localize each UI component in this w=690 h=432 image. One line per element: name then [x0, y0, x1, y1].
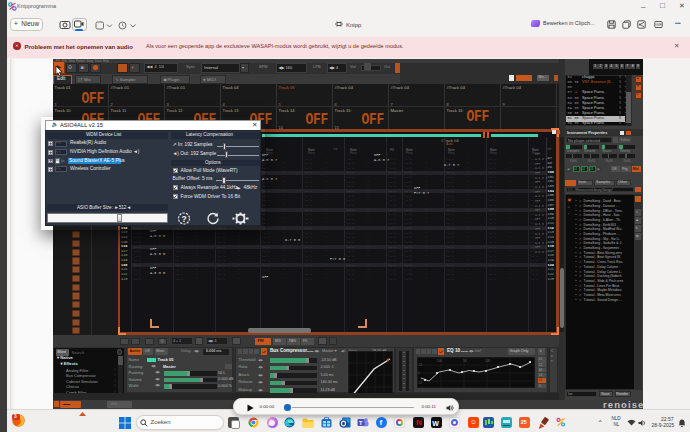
svg-text:-12: -12: [418, 363, 422, 367]
svg-text:?: ?: [181, 214, 186, 224]
svg-text:100: 100: [437, 358, 442, 362]
svg-text:GIF: GIF: [655, 23, 662, 27]
svg-text:-12: -12: [418, 381, 422, 385]
svg-text:10K: 10K: [485, 358, 490, 362]
svg-text:1K: 1K: [463, 358, 467, 362]
